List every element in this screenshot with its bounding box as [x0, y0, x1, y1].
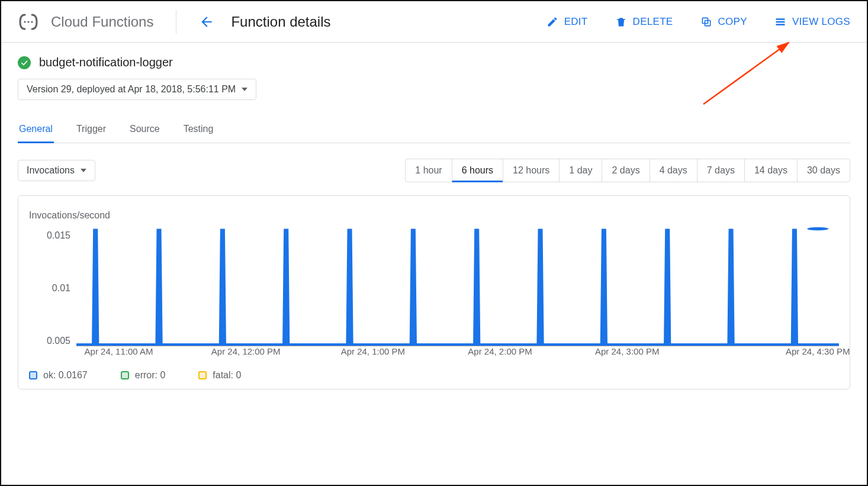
- copy-label: COPY: [718, 16, 747, 28]
- range-4-days[interactable]: 4 days: [650, 159, 697, 182]
- tab-general[interactable]: General: [18, 117, 54, 143]
- logs-icon: [774, 16, 786, 28]
- chart-y-label: Invocations/second: [29, 210, 839, 221]
- app-bar: Cloud Functions Function details EDIT DE…: [1, 1, 867, 43]
- svg-point-1: [27, 21, 29, 22]
- svg-rect-5: [776, 18, 785, 20]
- range-12-hours[interactable]: 12 hours: [503, 159, 560, 182]
- range-7-days[interactable]: 7 days: [697, 159, 745, 182]
- delete-label: DELETE: [633, 16, 673, 28]
- divider: [176, 10, 176, 34]
- svg-rect-6: [776, 21, 785, 22]
- legend-swatch-ok: [29, 371, 37, 379]
- svg-point-0: [24, 21, 25, 22]
- svg-point-2: [31, 21, 33, 22]
- range-14-days[interactable]: 14 days: [744, 159, 798, 182]
- legend-ok-label: ok: 0.0167: [43, 370, 88, 381]
- svg-point-8: [807, 227, 828, 231]
- chart-plot[interactable]: [76, 227, 839, 346]
- pencil-icon: [546, 16, 558, 28]
- metric-label: Invocations: [27, 165, 75, 176]
- range-1-day[interactable]: 1 day: [559, 159, 602, 182]
- status-ok-icon: [18, 56, 31, 69]
- copy-button[interactable]: COPY: [700, 16, 747, 28]
- legend-error-label: error: 0: [135, 370, 166, 381]
- function-name: budget-notification-logger: [39, 56, 173, 69]
- view-logs-button[interactable]: VIEW LOGS: [774, 16, 850, 28]
- edit-label: EDIT: [564, 16, 588, 28]
- range-6-hours[interactable]: 6 hours: [452, 159, 503, 182]
- copy-icon: [700, 16, 712, 28]
- trash-icon: [615, 16, 627, 28]
- view-logs-label: VIEW LOGS: [792, 16, 850, 28]
- version-select[interactable]: Version 29, deployed at Apr 18, 2018, 5:…: [18, 79, 256, 100]
- legend-fatal: fatal: 0: [198, 370, 241, 381]
- chart-card: Invocations/second 0.0150.010.005 Apr 24…: [18, 195, 850, 390]
- delete-button[interactable]: DELETE: [615, 16, 673, 28]
- chart-area: 0.0150.010.005 Apr 24, 11:00 AMApr 24, 1…: [29, 227, 839, 363]
- range-30-days[interactable]: 30 days: [797, 159, 850, 182]
- legend-swatch-error: [121, 371, 129, 379]
- version-label: Version 29, deployed at Apr 18, 2018, 5:…: [27, 84, 236, 95]
- tab-trigger[interactable]: Trigger: [75, 117, 107, 143]
- tabs: General Trigger Source Testing: [18, 117, 850, 143]
- tab-source[interactable]: Source: [128, 117, 161, 143]
- metric-select[interactable]: Invocations: [18, 160, 95, 181]
- product-icon: [18, 11, 39, 33]
- y-axis-ticks: 0.0150.010.005: [29, 227, 76, 363]
- legend-ok: ok: 0.0167: [29, 370, 88, 381]
- edit-button[interactable]: EDIT: [546, 16, 588, 28]
- legend-error: error: 0: [121, 370, 166, 381]
- tab-testing[interactable]: Testing: [182, 117, 215, 143]
- page-title: Function details: [231, 14, 330, 30]
- chevron-down-icon: [242, 88, 247, 91]
- legend-swatch-fatal: [198, 371, 207, 379]
- chart-legend: ok: 0.0167 error: 0 fatal: 0: [29, 370, 839, 381]
- time-range-group: 1 hour6 hours12 hours1 day2 days4 days7 …: [405, 159, 850, 182]
- svg-rect-7: [776, 24, 785, 25]
- arrow-left-icon: [199, 14, 214, 30]
- product-title: Cloud Functions: [51, 14, 153, 30]
- range-2-days[interactable]: 2 days: [602, 159, 650, 182]
- back-button[interactable]: [199, 14, 214, 30]
- legend-fatal-label: fatal: 0: [213, 370, 241, 381]
- chevron-down-icon: [81, 169, 86, 172]
- x-axis-ticks: Apr 24, 11:00 AMApr 24, 12:00 PMApr 24, …: [76, 346, 839, 363]
- range-1-hour[interactable]: 1 hour: [405, 159, 452, 182]
